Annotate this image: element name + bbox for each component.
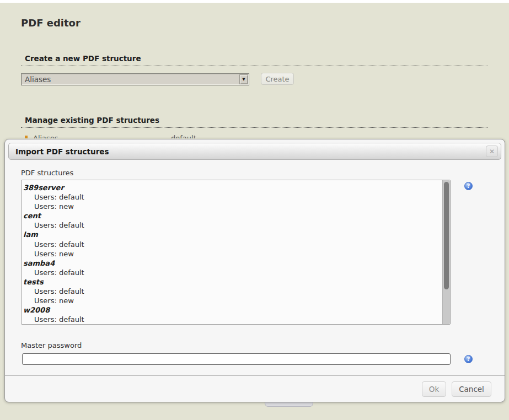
chevron-down-icon: ▼ [242, 78, 245, 82]
structures-tree-clipped-row: Aliases default [25, 134, 477, 138]
dialog-titlebar[interactable]: Import PDF structures ✕ [8, 143, 501, 160]
structure-name: lam [23, 230, 442, 239]
question-mark-icon: ? [467, 183, 470, 189]
pdf-type-select-value: Aliases [22, 75, 239, 84]
structure-user-entry: Users: new [23, 202, 442, 211]
pdf-structures-label: PDF structures [21, 169, 73, 177]
structure-name: w2008 [23, 305, 442, 315]
close-icon: ✕ [489, 148, 495, 155]
structure-name: samba4 [23, 259, 442, 268]
structure-user-entry: Users: new [23, 249, 442, 259]
structure-user-entry: Users: new [23, 296, 442, 305]
tree-bullet-icon [25, 136, 28, 138]
structure-name: cent [23, 211, 442, 220]
structure-user-entry: Users: default [23, 287, 442, 296]
manage-section-heading-label: Manage existing PDF structures [25, 116, 159, 125]
list-scrollbar[interactable] [442, 180, 450, 324]
pdf-type-select[interactable]: Aliases ▼ [21, 73, 249, 85]
structure-user-entry: Users: default [23, 268, 442, 277]
create-section-heading: Create a new PDF structure [21, 54, 487, 66]
dialog-title: Import PDF structures [9, 147, 109, 156]
structure-user-entry: Users: default [23, 315, 442, 324]
dialog-close-button[interactable]: ✕ [486, 146, 498, 157]
create-section-heading-label: Create a new PDF structure [25, 54, 141, 63]
master-password-input[interactable] [22, 353, 451, 365]
help-icon-structures[interactable]: ? [464, 182, 473, 190]
top-strip [0, 0, 509, 3]
pdf-structures-list-content: 389serverUsers: defaultUsers: newcentUse… [22, 180, 442, 324]
manage-section-heading: Manage existing PDF structures [21, 116, 487, 128]
structure-user-entry: Users: default [23, 220, 442, 230]
cancel-button[interactable]: Cancel [452, 381, 491, 397]
help-icon-password[interactable]: ? [464, 355, 473, 363]
structure-name: tests [23, 277, 442, 287]
structure-name: 389server [23, 183, 442, 192]
list-scrollbar-thumb[interactable] [444, 182, 449, 289]
question-mark-icon: ? [467, 356, 470, 362]
import-pdf-structures-dialog: Import PDF structures ✕ PDF structures 3… [4, 139, 505, 402]
create-button[interactable]: Create [261, 73, 294, 85]
select-dropdown-button[interactable]: ▼ [239, 74, 248, 84]
structure-user-entry: Users: default [23, 240, 442, 249]
ok-button[interactable]: Ok [422, 381, 446, 397]
tree-item-value: default [171, 134, 196, 138]
dialog-footer: Ok Cancel [5, 375, 505, 402]
master-password-label: Master password [21, 341, 82, 349]
structure-user-entry: Users: default [23, 192, 442, 202]
tree-item-label: Aliases [33, 134, 58, 138]
pdf-structures-listbox[interactable]: 389serverUsers: defaultUsers: newcentUse… [21, 180, 451, 325]
page-title: PDF editor [21, 17, 81, 29]
